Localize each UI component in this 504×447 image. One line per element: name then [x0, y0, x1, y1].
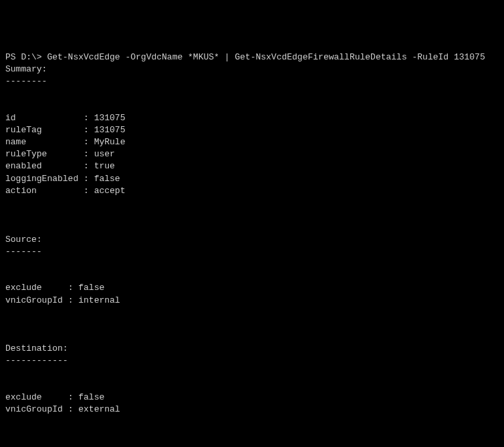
summary-header: Summary: [5, 64, 47, 74]
separator: : [63, 283, 78, 293]
command-prompt-line: PS D:\> Get-NsxVcdEdge -OrgVdcName *MKUS… [5, 52, 485, 62]
source-vnicgroupid-value: internal [78, 295, 120, 305]
destination-vnicgroupid-label: vnicGroupId [5, 404, 63, 414]
destination-exclude-label: exclude [5, 392, 63, 402]
summary-loggingenabled-label: loggingEnabled [5, 174, 78, 184]
summary-ruletag-label: ruleTag [5, 125, 78, 135]
source-exclude-label: exclude [5, 283, 63, 293]
summary-underline: -------- [5, 76, 47, 86]
summary-name-label: name [5, 137, 78, 147]
separator: : [78, 149, 94, 159]
source-exclude-value: false [78, 283, 104, 293]
separator: : [78, 174, 94, 184]
terminal-output[interactable]: PS D:\> Get-NsxVcdEdge -OrgVdcName *MKUS… [5, 51, 499, 447]
summary-action-label: action [5, 186, 78, 196]
source-underline: ------- [5, 247, 42, 257]
separator: : [63, 404, 78, 414]
summary-ruletag-value: 131075 [94, 125, 126, 135]
separator: : [78, 186, 94, 196]
summary-enabled-label: enabled [5, 161, 78, 171]
source-vnicgroupid-label: vnicGroupId [5, 295, 63, 305]
destination-header: Destination: [5, 343, 68, 353]
summary-loggingenabled-value: false [94, 174, 120, 184]
separator: : [63, 295, 78, 305]
destination-underline: ------------ [5, 355, 68, 365]
summary-action-value: accept [94, 186, 126, 196]
separator: : [78, 137, 94, 147]
destination-vnicgroupid-value: external [78, 404, 120, 414]
summary-ruletype-label: ruleType [5, 149, 78, 159]
summary-ruletype-value: user [94, 149, 115, 159]
separator: : [78, 161, 94, 171]
separator: : [78, 113, 94, 123]
summary-enabled-value: true [94, 161, 115, 171]
summary-id-value: 131075 [94, 113, 126, 123]
summary-id-label: id [5, 113, 78, 123]
destination-exclude-value: false [78, 392, 104, 402]
source-header: Source: [5, 235, 42, 245]
separator: : [63, 392, 78, 402]
separator: : [78, 125, 94, 135]
summary-name-value: MyRule [94, 137, 126, 147]
